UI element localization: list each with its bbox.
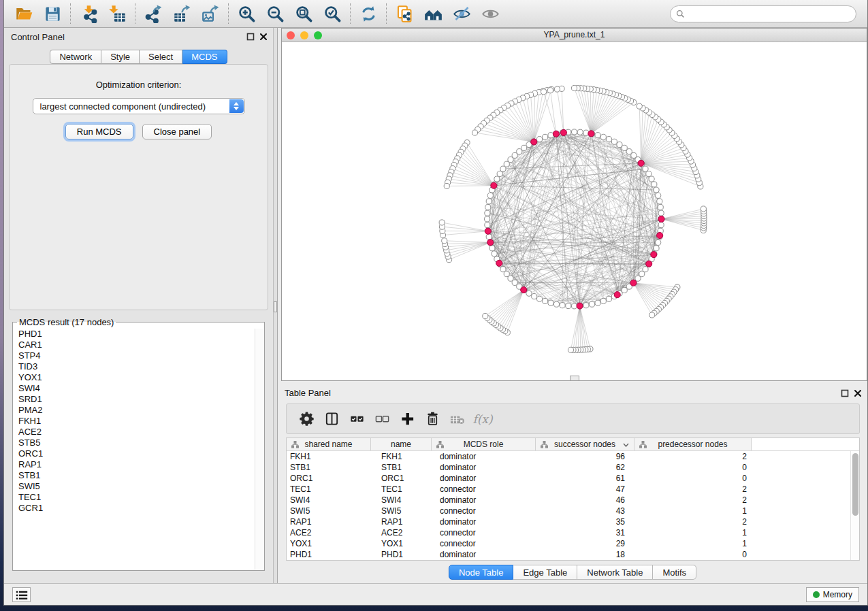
search-box[interactable] (670, 5, 856, 22)
tab-motifs[interactable]: Motifs (653, 565, 696, 580)
result-node-item[interactable]: RAP1 (14, 459, 255, 470)
table-row[interactable]: STB1STB1dominator620 (287, 462, 850, 473)
zoom-window-button[interactable] (314, 31, 322, 39)
show-columns-button[interactable] (321, 408, 342, 430)
zoom-in-button[interactable] (232, 2, 261, 25)
main-area: Control Panel NetworkStyleSelectMCDS Opt… (4, 28, 867, 583)
add-column-button[interactable] (397, 408, 417, 430)
result-node-item[interactable]: STB5 (14, 437, 255, 448)
search-input[interactable] (688, 7, 856, 21)
horizontal-splitter-grip[interactable] (570, 376, 579, 380)
delete-columns-button[interactable] (422, 408, 443, 430)
import-table-button[interactable] (103, 2, 131, 25)
table-row[interactable]: SWI5SWI5connector431 (287, 506, 850, 516)
result-node-item[interactable]: PHD1 (14, 329, 255, 340)
control-panel-tabs: NetworkStyleSelectMCDS (4, 50, 273, 64)
panel-splitter[interactable] (273, 28, 278, 583)
float-table-panel-icon[interactable] (841, 389, 849, 397)
open-file-button[interactable] (10, 2, 38, 25)
table-row[interactable]: SWI4SWI4dominator462 (287, 495, 850, 506)
table-scrollbar[interactable] (850, 451, 859, 560)
table-row[interactable]: TEC1TEC1connector472 (287, 484, 850, 495)
result-node-item[interactable]: STB1 (14, 470, 255, 481)
zoom-out-button[interactable] (261, 2, 289, 25)
table-cell: dominator (432, 473, 536, 484)
table-settings-button[interactable] (296, 408, 317, 430)
column-header-successor-nodes[interactable]: successor nodes (536, 438, 634, 450)
optimization-criterion-label: Optimization criterion: (10, 80, 268, 90)
close-window-button[interactable] (287, 31, 295, 39)
tab-select[interactable]: Select (140, 50, 182, 64)
task-history-button[interactable] (12, 587, 31, 602)
table-cell: RAP1 (287, 516, 371, 527)
deselect-all-button[interactable] (372, 408, 392, 430)
column-header-shared-name[interactable]: shared name (287, 438, 371, 450)
export-image-button[interactable] (196, 2, 225, 25)
clone-network-button[interactable] (390, 2, 419, 25)
tab-mcds[interactable]: MCDS (182, 50, 227, 64)
splitter-grip[interactable] (274, 301, 277, 312)
result-node-item[interactable]: TEC1 (14, 492, 255, 503)
refresh-button[interactable] (354, 2, 383, 25)
result-node-item[interactable]: SWI4 (14, 383, 255, 394)
run-mcds-button[interactable]: Run MCDS (65, 124, 133, 139)
table-cell: PHD1 (287, 549, 371, 560)
tab-network[interactable]: Network (50, 50, 101, 64)
table-cell: 18 (536, 549, 634, 560)
result-scrollbar[interactable] (255, 329, 263, 569)
hide-selected-button[interactable] (447, 2, 476, 25)
hide-selected-icon (453, 5, 471, 23)
table-header-row: shared namenameMCDS rolesuccessor nodesp… (287, 438, 859, 451)
tab-edge-table[interactable]: Edge Table (513, 565, 577, 580)
import-network-button[interactable] (74, 2, 103, 25)
table-cell: 47 (536, 484, 634, 495)
close-table-panel-icon[interactable] (854, 389, 862, 397)
export-table-button[interactable] (167, 2, 196, 25)
table-row[interactable]: PHD1PHD1dominator180 (287, 549, 850, 560)
table-scrollbar-thumb[interactable] (852, 453, 858, 516)
criterion-dropdown[interactable]: largest connected component (undirected) (33, 98, 245, 114)
column-header-predecessor-nodes[interactable]: predecessor nodes (634, 438, 752, 450)
result-node-item[interactable]: GCR1 (14, 503, 255, 514)
result-node-item[interactable]: PMA2 (14, 405, 255, 416)
float-panel-icon[interactable] (246, 33, 255, 41)
minimize-window-button[interactable] (300, 31, 308, 39)
table-row[interactable]: ACE2ACE2connector311 (287, 527, 850, 538)
export-network-button[interactable] (139, 2, 167, 25)
toolbar-separator (350, 3, 351, 24)
close-panel-button[interactable]: Close panel (142, 124, 212, 139)
result-node-item[interactable]: ORC1 (14, 448, 255, 459)
first-neighbors-button[interactable] (419, 2, 447, 25)
network-canvas[interactable] (282, 42, 867, 380)
column-header-MCDS-role[interactable]: MCDS role (432, 438, 536, 450)
tab-node-table[interactable]: Node Table (449, 565, 514, 580)
zoom-selected-button[interactable] (318, 2, 347, 25)
result-node-item[interactable]: CAR1 (14, 340, 255, 350)
result-node-item[interactable]: FKH1 (14, 416, 255, 427)
result-node-item[interactable]: ACE2 (14, 427, 255, 437)
table-row[interactable]: RAP1RAP1dominator352 (287, 516, 850, 527)
memory-button[interactable]: Memory (806, 587, 859, 602)
network-column-icon (291, 441, 299, 448)
show-all-button[interactable] (476, 2, 504, 25)
table-cell: 29 (536, 538, 634, 549)
table-row[interactable]: FKH1FKH1dominator962 (287, 451, 850, 462)
table-row[interactable]: ORC1ORC1dominator610 (287, 473, 850, 484)
result-node-item[interactable]: SRD1 (14, 394, 255, 405)
result-node-item[interactable]: YOX1 (14, 372, 255, 383)
save-session-button[interactable] (38, 2, 67, 25)
table-cell: 1 (634, 527, 752, 538)
result-node-item[interactable]: TID3 (14, 361, 255, 372)
result-node-item[interactable]: SWI5 (14, 481, 255, 492)
tab-style[interactable]: Style (101, 50, 140, 64)
table-row[interactable]: YOX1YOX1connector291 (287, 538, 850, 549)
main-toolbar (4, 0, 867, 28)
select-all-button[interactable] (347, 408, 367, 430)
column-header-name[interactable]: name (371, 438, 432, 450)
zoom-fit-button[interactable] (289, 2, 318, 25)
close-panel-icon[interactable] (259, 33, 268, 41)
column-label: MCDS role (464, 440, 504, 449)
zoom-in-icon (238, 5, 256, 23)
result-node-item[interactable]: STP4 (14, 350, 255, 361)
tab-network-table[interactable]: Network Table (577, 565, 653, 580)
